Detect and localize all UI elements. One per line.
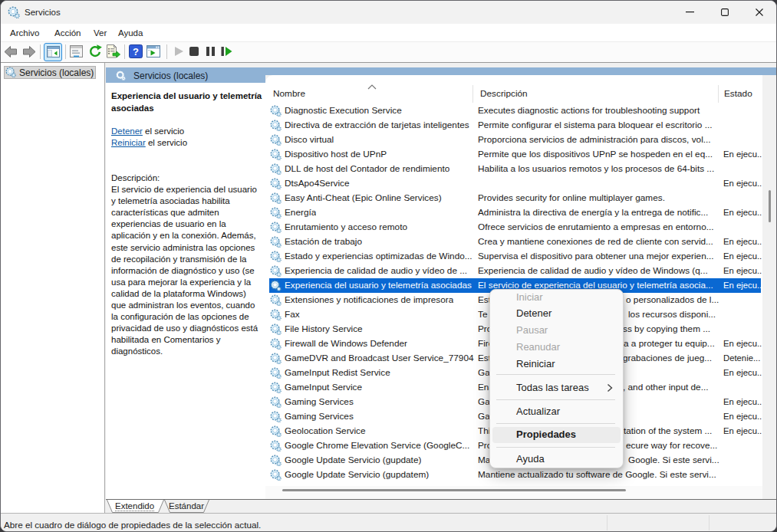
svg-text:?: ? (133, 46, 139, 57)
